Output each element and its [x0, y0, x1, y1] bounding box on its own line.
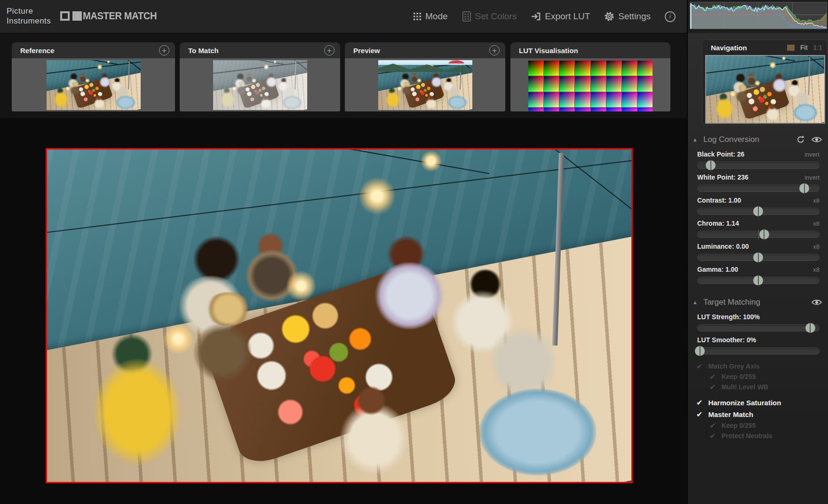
slider-contrast: Contrast: 1.00x8 — [697, 197, 820, 215]
collapse-triangle-icon[interactable]: ▲ — [693, 137, 698, 142]
lut-tile — [637, 76, 653, 91]
panel-reference-body[interactable] — [12, 58, 175, 111]
one-to-one-button[interactable]: 1:1 — [813, 44, 822, 51]
slider-track-lut-smoother[interactable] — [697, 347, 820, 354]
check-icon: ✔ — [709, 432, 716, 441]
preview-thumbnail[interactable] — [378, 60, 472, 110]
to-match-thumbnail[interactable] — [213, 60, 307, 110]
slider-track-luminance[interactable] — [697, 254, 820, 261]
slider-handle-white-point[interactable] — [799, 183, 809, 193]
info-button[interactable]: i — [665, 11, 676, 22]
collapse-triangle-icon[interactable]: ▲ — [693, 299, 698, 305]
panel-to-match-body[interactable] — [180, 58, 340, 111]
photo-person — [794, 104, 817, 121]
photo-person — [431, 77, 442, 87]
sidebar: Navigation Fit 1:1 ▲ Log Conversion — [687, 0, 828, 504]
add-preview-button[interactable]: + — [489, 45, 500, 55]
photo-person — [70, 86, 80, 95]
slider-track-contrast[interactable] — [697, 208, 820, 215]
photo-person — [237, 86, 246, 95]
panel-title: To Match — [188, 47, 219, 55]
slider-handle-lut-smoother[interactable] — [695, 346, 705, 356]
center-tick — [758, 229, 759, 239]
mode-button[interactable]: Mode — [413, 11, 448, 22]
checkbox-match-grey-axis[interactable]: ✔Match Grey Axis — [696, 361, 828, 371]
slider-handle-lut-strength[interactable] — [805, 323, 815, 333]
slider-track-lut-strength[interactable] — [697, 324, 820, 331]
slider-handle-luminance[interactable] — [753, 252, 763, 262]
visibility-eye-icon[interactable] — [811, 299, 822, 306]
slider-track-chroma[interactable] — [697, 231, 820, 238]
photo-bulb — [65, 86, 70, 91]
photo-bulb — [730, 91, 736, 97]
slider-handle-contrast[interactable] — [753, 206, 763, 216]
set-colors-button[interactable]: Set Colors — [462, 11, 517, 22]
main-image-viewport[interactable] — [46, 148, 633, 483]
photo-person — [479, 389, 596, 475]
photo-person — [769, 103, 775, 110]
target-matching-section: ▲ Target Matching LUT Strength: 100%LUT … — [688, 296, 828, 441]
set-colors-label: Set Colors — [475, 11, 517, 22]
master-match-app: Picture Instruments MASTER MATCH Mode — [0, 0, 828, 504]
settings-button[interactable]: Settings — [604, 11, 651, 22]
photo-bulb — [359, 176, 395, 216]
lut-tile — [606, 76, 621, 91]
export-lut-label: Export LUT — [545, 11, 590, 22]
slider-label: White Point: 236 — [697, 173, 748, 181]
check-label: Master Match — [708, 410, 753, 418]
photo-person — [266, 77, 277, 87]
add-to-match-button[interactable]: + — [324, 45, 334, 55]
photo-person — [54, 92, 68, 108]
panel-lut-body — [510, 58, 670, 111]
photo-bulb — [107, 60, 110, 63]
panel-reference: Reference + — [12, 42, 175, 111]
lut-tile — [606, 92, 621, 107]
panel-preview-body[interactable] — [345, 58, 505, 111]
fit-button[interactable]: Fit — [800, 44, 808, 51]
visibility-eye-icon[interactable] — [811, 136, 822, 143]
slider-black-point: Black Point: 26invert — [697, 150, 820, 169]
checkbox-master-match[interactable]: ✔Master Match — [696, 409, 828, 420]
lut-tile — [622, 76, 637, 91]
navigation-thumbnail[interactable] — [705, 55, 825, 124]
add-reference-button[interactable]: + — [159, 45, 169, 55]
photo-person — [263, 95, 268, 100]
slider-track-gamma[interactable] — [697, 277, 820, 284]
product-title: MASTER MATCH — [83, 10, 157, 22]
lut-tile — [606, 108, 621, 111]
slider-track-black-point[interactable] — [697, 162, 820, 169]
lut-tile — [622, 108, 637, 111]
slider-handle-gamma[interactable] — [753, 276, 763, 285]
checkbox-multi-level-wb[interactable]: ✔Multi Level WB — [696, 382, 828, 392]
photo-person — [428, 95, 433, 100]
lut-tile — [606, 61, 621, 76]
panel-title: Reference — [20, 47, 55, 55]
photo-umbrella — [448, 60, 465, 63]
slider-label: LUT Strength: 100% — [697, 313, 760, 321]
reference-thumbnail[interactable] — [47, 60, 141, 110]
export-lut-button[interactable]: Export LUT — [531, 11, 590, 22]
checkbox-harmonize-saturation[interactable]: ✔Harmonize Saturation — [696, 397, 828, 409]
check-label: Keep 0/255 — [721, 422, 756, 429]
photo-person — [205, 292, 251, 326]
checkbox-keep-0-255-grey[interactable]: ✔Keep 0/255 — [696, 371, 828, 382]
slider-handle-chroma[interactable] — [759, 229, 769, 239]
top-menu: Mode Set Colors Export LUT — [413, 0, 676, 33]
lut-tile — [559, 76, 574, 91]
checkbox-keep-0-255-master[interactable]: ✔Keep 0/255 — [696, 420, 828, 431]
lut-tile — [544, 76, 559, 91]
photo-person — [99, 77, 111, 87]
slider-track-white-point[interactable] — [697, 185, 820, 192]
reset-icon[interactable] — [796, 135, 805, 144]
photo-person — [283, 96, 302, 109]
brand-line2: Instruments — [7, 16, 51, 26]
checkbox-protect-neutrals[interactable]: ✔Protect Neutrals — [696, 431, 828, 441]
lut-tile — [528, 108, 543, 111]
slider-handle-black-point[interactable] — [706, 160, 716, 170]
photo-person — [193, 236, 240, 283]
navigation-photo — [706, 56, 824, 123]
photo-person — [402, 86, 411, 95]
clipping-stripes-icon[interactable] — [787, 45, 795, 51]
lut-tile — [637, 108, 653, 111]
panel-to-match-header: To Match + — [180, 42, 340, 58]
